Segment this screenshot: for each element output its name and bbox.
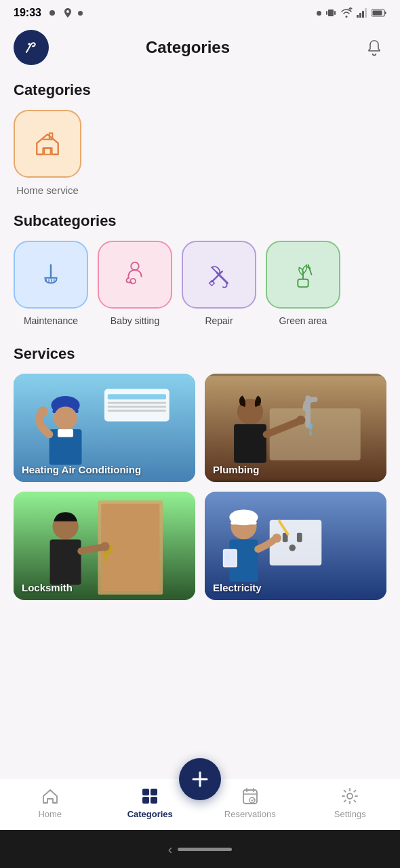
svg-point-78 [347,793,353,799]
top-nav: Categories [0,23,400,75]
svg-rect-29 [108,402,166,404]
settings-nav-icon [340,787,359,806]
signal-bars-icon [357,8,367,18]
svg-rect-12 [44,148,50,154]
svg-point-41 [308,423,313,430]
page-title: Categories [14,38,362,57]
svg-rect-9 [373,11,382,16]
notification-bell[interactable] [362,35,386,60]
svg-rect-27 [104,389,169,422]
svg-rect-4 [357,15,359,18]
category-item-home-service[interactable]: Home service [14,110,81,196]
svg-rect-7 [365,8,367,18]
svg-rect-69 [142,789,149,795]
wifi-icon [340,7,353,18]
svg-point-34 [54,406,77,429]
nav-item-settings[interactable]: Settings [300,787,401,819]
locksmith-label: Locksmith [22,582,73,593]
main-content: Categories Home service Subcategories [0,75,400,778]
category-card-home-service [14,110,81,178]
subcategories-title: Subcategories [14,212,386,230]
svg-rect-57 [297,533,302,542]
subcategory-item-baby-sitting[interactable]: Baby sitting [98,241,172,326]
subcategory-card-baby-sitting [98,241,172,309]
subcategories-grid: Maintenance Baby sitting [14,241,386,326]
svg-rect-5 [359,13,361,18]
bell-icon [365,38,384,57]
svg-rect-50 [104,549,107,562]
svg-rect-10 [385,12,386,14]
svg-point-19 [131,262,139,271]
svg-rect-58 [289,545,296,551]
svg-point-0 [49,10,55,16]
back-button[interactable]: ‹ [168,842,173,857]
services-grid: Heating Air Conditioning [14,374,386,600]
subcategory-label-green-area: Green area [279,315,327,326]
hvac-label: Heating Air Conditioning [22,464,141,475]
svg-rect-1 [328,9,334,16]
svg-rect-44 [234,424,266,462]
svg-point-53 [100,542,109,551]
categories-title: Categories [14,81,386,99]
nav-label-reservations: Reservations [224,809,276,819]
svg-rect-6 [362,11,364,18]
signal-icon [47,7,58,18]
status-left: 19:33 [14,7,83,19]
time: 19:33 [14,7,41,19]
nav-label-categories: Categories [127,809,173,819]
svg-rect-71 [142,797,149,804]
home-indicator[interactable] [178,848,232,851]
categories-section: Categories Home service [14,81,386,196]
subcategory-card-maintenance [14,241,88,309]
svg-rect-52 [50,539,81,585]
subcategory-card-green-area [266,241,340,309]
subcategory-item-maintenance[interactable]: Maintenance [14,241,88,326]
location-icon [63,8,73,18]
reservations-nav-icon [241,787,260,806]
services-section: Services [14,345,386,600]
plus-icon [190,769,210,789]
subcategory-card-repair [182,241,256,309]
svg-rect-28 [108,394,166,399]
baby-sitting-icon [119,258,151,291]
svg-rect-72 [151,797,157,804]
svg-rect-37 [58,429,73,437]
svg-rect-62 [231,521,256,525]
svg-point-42 [309,431,312,436]
svg-rect-39 [270,408,361,460]
svg-point-77 [249,797,255,803]
nav-label-settings: Settings [334,809,366,819]
fab-wrapper [179,758,221,800]
nav-label-home: Home [38,809,62,819]
svg-rect-23 [298,279,308,288]
nav-item-home[interactable]: Home [0,787,100,819]
service-card-locksmith[interactable]: Locksmith [14,492,195,600]
svg-point-20 [130,279,136,284]
plumbing-label: Plumbing [213,464,259,475]
service-card-electricity[interactable]: Electricity [205,492,386,600]
repair-icon [203,258,235,291]
dot-icon [78,11,83,16]
subcategory-label-baby-sitting: Baby sitting [111,315,159,326]
system-bottom-bar: ‹ [0,830,400,868]
maintenance-icon [35,258,67,291]
service-card-hvac[interactable]: Heating Air Conditioning [14,374,195,482]
subcategory-item-repair[interactable]: Repair [182,241,256,326]
subcategories-section: Subcategories Maintenance [14,212,386,326]
status-right [317,7,386,18]
subcategory-item-green-area[interactable]: Green area [266,241,340,326]
electricity-label: Electricity [213,582,262,593]
svg-rect-3 [334,11,336,15]
vibrate-icon [325,7,336,18]
status-bar: 19:33 [0,0,400,23]
battery-icon [372,9,386,17]
home-service-icon [31,127,64,161]
svg-rect-30 [108,406,166,408]
dot2-icon [317,11,321,16]
add-fab-button[interactable] [179,758,221,800]
home-nav-icon [41,787,60,806]
category-label-home-service: Home service [16,184,79,196]
svg-point-36 [37,406,47,416]
service-card-plumbing[interactable]: Plumbing [205,374,386,482]
subcategory-label-repair: Repair [205,315,233,326]
